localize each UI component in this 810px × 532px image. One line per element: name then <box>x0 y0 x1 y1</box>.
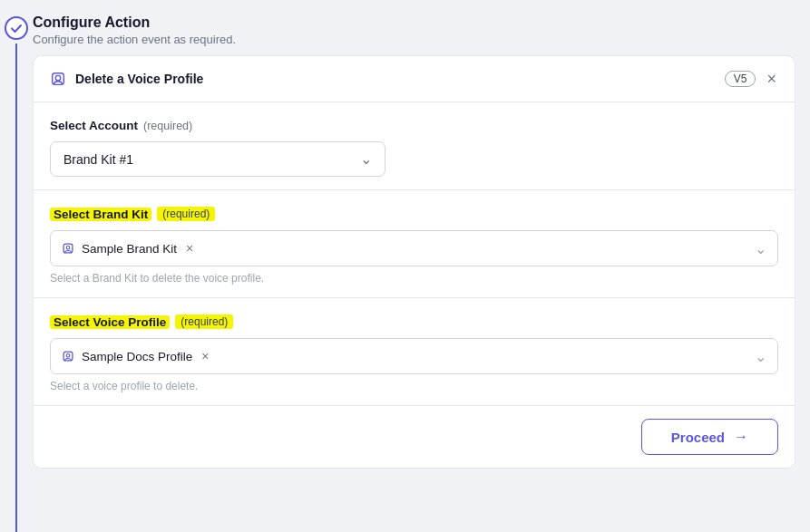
voice-profile-chevron-icon: ⌄ <box>755 348 766 365</box>
svg-point-5 <box>66 354 70 358</box>
card-header: Delete a Voice Profile V5 × <box>34 56 795 102</box>
voice-profile-section: Select Voice Profile (required) Sample D… <box>34 298 795 406</box>
page-header: Configure Action Configure the action ev… <box>33 11 795 55</box>
voice-profile-required-tag: (required) <box>175 314 233 329</box>
brand-kit-chevron-icon: ⌄ <box>755 240 766 257</box>
voice-profile-hint: Select a voice profile to delete. <box>50 380 778 392</box>
page-container: Configure Action Configure the action ev… <box>0 0 810 532</box>
account-chevron-icon: ⌄ <box>360 150 372 168</box>
account-select[interactable]: Brand Kit #1 ⌄ <box>50 141 385 177</box>
brand-kit-select[interactable]: Sample Brand Kit × ⌄ <box>50 230 778 266</box>
card-title: Delete a Voice Profile <box>75 72 716 86</box>
brand-kit-remove-button[interactable]: × <box>184 242 195 255</box>
step-icon <box>5 16 28 40</box>
card-footer: Proceed → <box>34 406 795 468</box>
proceed-arrow-icon: → <box>734 429 748 445</box>
close-button[interactable]: × <box>765 69 778 89</box>
svg-point-3 <box>66 247 70 250</box>
proceed-label: Proceed <box>671 430 725 445</box>
voice-profile-remove-button[interactable]: × <box>200 350 210 363</box>
left-rail <box>0 0 33 532</box>
brand-kit-hint: Select a Brand Kit to delete the voice p… <box>50 272 778 285</box>
voice-profile-label: Select Voice Profile (required) <box>50 314 778 329</box>
page-title: Configure Action <box>33 15 795 31</box>
version-badge: V5 <box>725 71 756 87</box>
account-label: Select Account (required) <box>50 119 778 132</box>
page-subtitle: Configure the action event as required. <box>33 33 795 46</box>
voice-profile-select[interactable]: Sample Docs Profile × ⌄ <box>50 338 778 374</box>
voice-profile-select-left: Sample Docs Profile × <box>62 350 755 363</box>
main-content: Configure Action Configure the action ev… <box>33 0 810 532</box>
vertical-line <box>15 44 17 532</box>
voice-profile-label-text: Select Voice Profile <box>50 315 170 329</box>
brand-kit-required-tag: (required) <box>157 207 215 221</box>
voice-profile-tag-icon <box>62 350 74 363</box>
brand-kit-select-left: Sample Brand Kit × <box>62 242 755 256</box>
proceed-button[interactable]: Proceed → <box>641 419 778 455</box>
brand-kit-label: Select Brand Kit (required) <box>50 207 778 221</box>
brand-kit-tag-icon <box>62 242 74 255</box>
configure-action-card: Delete a Voice Profile V5 × Select Accou… <box>33 55 795 469</box>
voice-profile-icon <box>50 71 66 87</box>
svg-point-1 <box>55 75 60 80</box>
brand-kit-tag-text: Sample Brand Kit <box>82 242 177 256</box>
account-section: Select Account (required) Brand Kit #1 ⌄ <box>34 102 795 190</box>
brand-kit-label-text: Select Brand Kit <box>50 208 151 221</box>
voice-profile-tag-text: Sample Docs Profile <box>82 350 192 363</box>
account-selected-value: Brand Kit #1 <box>63 152 133 167</box>
brand-kit-section: Select Brand Kit (required) Sample Brand… <box>34 190 795 298</box>
